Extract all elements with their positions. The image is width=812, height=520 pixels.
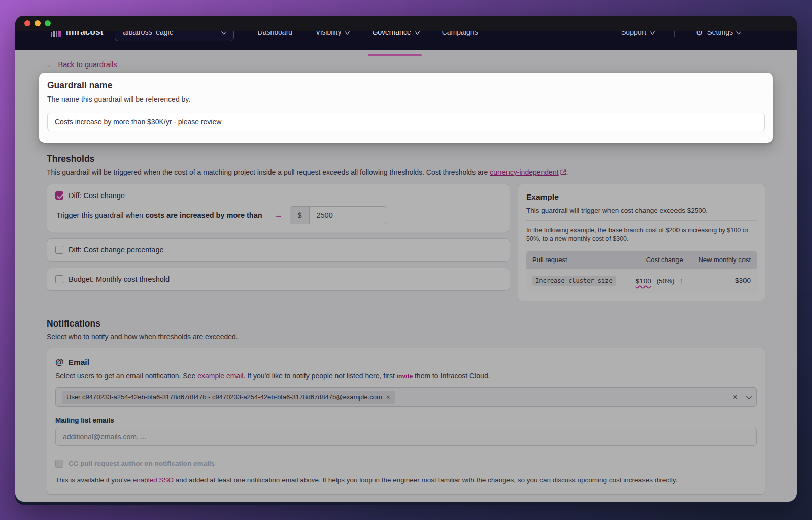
close-window-button[interactable] <box>24 20 30 26</box>
titlebar <box>15 16 797 31</box>
page-content: ← Back to guardrails Guardrail name The … <box>15 50 797 502</box>
guardrail-name-card: Guardrail name The name this guardrail w… <box>39 73 773 143</box>
guardrail-name-title: Guardrail name <box>47 80 765 91</box>
zoom-window-button[interactable] <box>45 20 51 26</box>
app-window: Infracost albatross_eagle Dashboard Visi… <box>15 16 797 505</box>
top-navbar: Infracost albatross_eagle Dashboard Visi… <box>15 31 797 50</box>
guardrail-name-input[interactable] <box>47 113 765 131</box>
minimize-window-button[interactable] <box>35 20 41 26</box>
guardrail-name-description: The name this guardrail will be referenc… <box>47 95 765 103</box>
